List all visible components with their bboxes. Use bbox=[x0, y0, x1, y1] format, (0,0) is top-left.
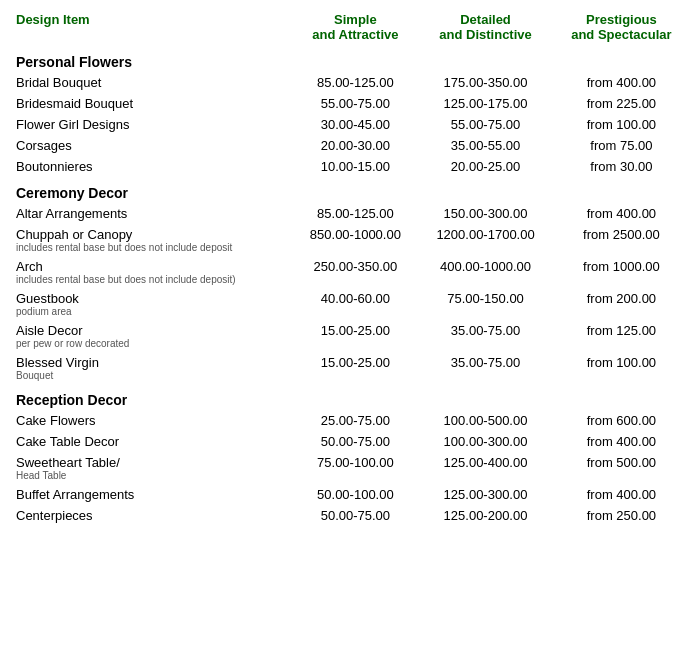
pricing-table: Design Item Simple and Attractive Detail… bbox=[10, 8, 690, 526]
item-name-cell: Chuppah or Canopyincludes rental base bu… bbox=[10, 224, 293, 256]
prestigious-price: from 100.00 bbox=[553, 352, 690, 384]
item-name-cell: Archincludes rental base but does not in… bbox=[10, 256, 293, 288]
item-name-cell: Blessed VirginBouquet bbox=[10, 352, 293, 384]
table-row: Bridesmaid Bouquet55.00-75.00125.00-175.… bbox=[10, 93, 690, 114]
item-name-cell: Centerpieces bbox=[10, 505, 293, 526]
item-name-cell: Bridal Bouquet bbox=[10, 72, 293, 93]
simple-price: 25.00-75.00 bbox=[293, 410, 419, 431]
table-row: Cake Table Decor50.00-75.00100.00-300.00… bbox=[10, 431, 690, 452]
simple-price: 850.00-1000.00 bbox=[293, 224, 419, 256]
table-row: Blessed VirginBouquet15.00-25.0035.00-75… bbox=[10, 352, 690, 384]
item-name: Boutonnieres bbox=[16, 159, 93, 174]
table-row: Sweetheart Table/Head Table75.00-100.001… bbox=[10, 452, 690, 484]
simple-price: 20.00-30.00 bbox=[293, 135, 419, 156]
table-row: Bridal Bouquet85.00-125.00175.00-350.00f… bbox=[10, 72, 690, 93]
item-name-cell: Boutonnieres bbox=[10, 156, 293, 177]
item-name-cell: Aisle Decorper pew or row decorated bbox=[10, 320, 293, 352]
item-name: Blessed Virgin bbox=[16, 355, 99, 370]
simple-price: 30.00-45.00 bbox=[293, 114, 419, 135]
item-name: Sweetheart Table/ bbox=[16, 455, 120, 470]
detailed-price: 100.00-500.00 bbox=[418, 410, 553, 431]
item-name-cell: Corsages bbox=[10, 135, 293, 156]
detailed-price: 1200.00-1700.00 bbox=[418, 224, 553, 256]
prestigious-price: from 100.00 bbox=[553, 114, 690, 135]
prestigious-price: from 200.00 bbox=[553, 288, 690, 320]
item-sub-text: includes rental base but does not includ… bbox=[16, 242, 287, 253]
item-name-cell: Flower Girl Designs bbox=[10, 114, 293, 135]
simple-price: 10.00-15.00 bbox=[293, 156, 419, 177]
simple-price: 85.00-125.00 bbox=[293, 203, 419, 224]
simple-price: 55.00-75.00 bbox=[293, 93, 419, 114]
item-name: Centerpieces bbox=[16, 508, 93, 523]
simple-price: 50.00-75.00 bbox=[293, 505, 419, 526]
prestigious-price: from 1000.00 bbox=[553, 256, 690, 288]
simple-price: 250.00-350.00 bbox=[293, 256, 419, 288]
table-row: Chuppah or Canopyincludes rental base bu… bbox=[10, 224, 690, 256]
simple-price: 15.00-25.00 bbox=[293, 320, 419, 352]
prestigious-price: from 400.00 bbox=[553, 484, 690, 505]
item-name: Corsages bbox=[16, 138, 72, 153]
item-name: Arch bbox=[16, 259, 43, 274]
detailed-price: 175.00-350.00 bbox=[418, 72, 553, 93]
detailed-price: 35.00-75.00 bbox=[418, 320, 553, 352]
item-name-cell: Sweetheart Table/Head Table bbox=[10, 452, 293, 484]
simple-price: 50.00-100.00 bbox=[293, 484, 419, 505]
detailed-price: 400.00-1000.00 bbox=[418, 256, 553, 288]
item-name-cell: Buffet Arrangements bbox=[10, 484, 293, 505]
table-row: Buffet Arrangements50.00-100.00125.00-30… bbox=[10, 484, 690, 505]
prestigious-price: from 75.00 bbox=[553, 135, 690, 156]
detailed-price: 100.00-300.00 bbox=[418, 431, 553, 452]
section-header: Ceremony Decor bbox=[10, 177, 690, 203]
prestigious-price: from 2500.00 bbox=[553, 224, 690, 256]
prestigious-price: from 250.00 bbox=[553, 505, 690, 526]
item-sub-text: Bouquet bbox=[16, 370, 287, 381]
section-header: Personal Flowers bbox=[10, 46, 690, 72]
item-sub-text: Head Table bbox=[16, 470, 287, 481]
detailed-price: 150.00-300.00 bbox=[418, 203, 553, 224]
item-name: Chuppah or Canopy bbox=[16, 227, 132, 242]
detailed-price: 35.00-75.00 bbox=[418, 352, 553, 384]
col2-header: Simple and Attractive bbox=[293, 8, 419, 46]
prestigious-price: from 400.00 bbox=[553, 431, 690, 452]
table-row: Altar Arrangements85.00-125.00150.00-300… bbox=[10, 203, 690, 224]
table-row: Cake Flowers25.00-75.00100.00-500.00from… bbox=[10, 410, 690, 431]
table-row: Guestbookpodium area40.00-60.0075.00-150… bbox=[10, 288, 690, 320]
item-name: Cake Table Decor bbox=[16, 434, 119, 449]
item-name: Guestbook bbox=[16, 291, 79, 306]
simple-price: 50.00-75.00 bbox=[293, 431, 419, 452]
detailed-price: 125.00-400.00 bbox=[418, 452, 553, 484]
prestigious-price: from 400.00 bbox=[553, 203, 690, 224]
item-name-cell: Guestbookpodium area bbox=[10, 288, 293, 320]
simple-price: 75.00-100.00 bbox=[293, 452, 419, 484]
item-name-cell: Altar Arrangements bbox=[10, 203, 293, 224]
prestigious-price: from 400.00 bbox=[553, 72, 690, 93]
col3-header: Detailed and Distinctive bbox=[418, 8, 553, 46]
item-name: Bridesmaid Bouquet bbox=[16, 96, 133, 111]
prestigious-price: from 600.00 bbox=[553, 410, 690, 431]
detailed-price: 55.00-75.00 bbox=[418, 114, 553, 135]
item-name: Aisle Decor bbox=[16, 323, 82, 338]
detailed-price: 20.00-25.00 bbox=[418, 156, 553, 177]
prestigious-price: from 500.00 bbox=[553, 452, 690, 484]
detailed-price: 35.00-55.00 bbox=[418, 135, 553, 156]
table-row: Boutonnieres10.00-15.0020.00-25.00from 3… bbox=[10, 156, 690, 177]
item-name: Flower Girl Designs bbox=[16, 117, 129, 132]
section-header: Reception Decor bbox=[10, 384, 690, 410]
prestigious-price: from 30.00 bbox=[553, 156, 690, 177]
prestigious-price: from 125.00 bbox=[553, 320, 690, 352]
prestigious-price: from 225.00 bbox=[553, 93, 690, 114]
table-row: Archincludes rental base but does not in… bbox=[10, 256, 690, 288]
detailed-price: 125.00-175.00 bbox=[418, 93, 553, 114]
table-row: Corsages20.00-30.0035.00-55.00from 75.00 bbox=[10, 135, 690, 156]
item-name: Cake Flowers bbox=[16, 413, 95, 428]
col4-header: Prestigious and Spectacular bbox=[553, 8, 690, 46]
item-name: Buffet Arrangements bbox=[16, 487, 134, 502]
item-sub-text: includes rental base but does not includ… bbox=[16, 274, 287, 285]
item-name-cell: Cake Table Decor bbox=[10, 431, 293, 452]
detailed-price: 125.00-200.00 bbox=[418, 505, 553, 526]
detailed-price: 75.00-150.00 bbox=[418, 288, 553, 320]
detailed-price: 125.00-300.00 bbox=[418, 484, 553, 505]
item-sub-text: podium area bbox=[16, 306, 287, 317]
item-name-cell: Cake Flowers bbox=[10, 410, 293, 431]
simple-price: 40.00-60.00 bbox=[293, 288, 419, 320]
